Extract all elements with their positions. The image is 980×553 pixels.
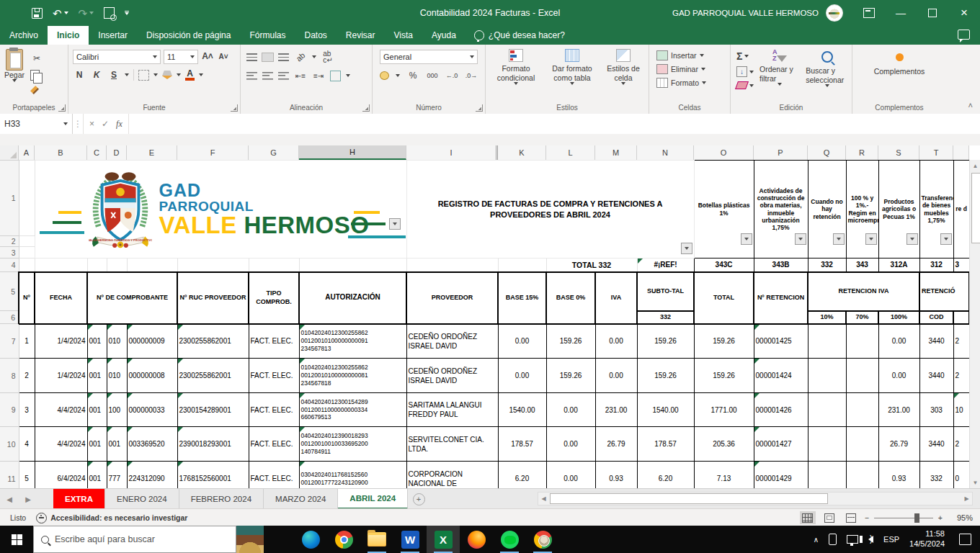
page-break-view-icon[interactable]: [843, 511, 859, 524]
cell-prov[interactable]: CORPORACION NACIONAL DE: [406, 462, 498, 489]
cut-icon[interactable]: ✂: [30, 52, 43, 65]
tab-disposicion[interactable]: Disposición de página: [137, 26, 240, 45]
cell[interactable]: [19, 236, 35, 247]
header-base0[interactable]: BASE 0%: [546, 272, 595, 324]
header-ret70[interactable]: 70%: [846, 311, 878, 324]
increase-indent-icon[interactable]: ≡⇥: [312, 69, 325, 82]
column-header-I[interactable]: I: [406, 145, 498, 160]
insert-function-icon[interactable]: fx: [116, 119, 122, 130]
header-comprobante[interactable]: Nº DE COMPROBANTE: [87, 272, 177, 324]
cell[interactable]: [406, 258, 498, 272]
fill-color-icon[interactable]: [162, 71, 172, 79]
cell-total[interactable]: 159.26: [694, 324, 754, 359]
header-autorizacion[interactable]: AUTORIZACIÓN: [299, 272, 406, 324]
filter-header-cell[interactable]: Botellas plásticas 1%: [694, 161, 754, 258]
column-header-E[interactable]: E: [127, 145, 177, 160]
taskbar-word-icon[interactable]: W: [393, 526, 427, 553]
decrease-indent-icon[interactable]: ⇤≡: [294, 69, 307, 82]
scroll-left-icon[interactable]: ◀: [538, 493, 549, 504]
enter-icon[interactable]: ✓: [102, 119, 109, 129]
phone-link-icon[interactable]: [829, 534, 837, 545]
cell-r70[interactable]: [846, 427, 878, 462]
cell-base0[interactable]: 159.26: [546, 359, 595, 393]
header-proveedor[interactable]: PROVEEDOR: [406, 272, 498, 324]
row-header[interactable]: 6: [0, 311, 19, 324]
column-header-P[interactable]: P: [754, 145, 808, 160]
row-header[interactable]: 11: [0, 462, 19, 489]
cell-r10[interactable]: [808, 359, 846, 393]
cell-tipo[interactable]: FACT. ELEC.: [249, 393, 299, 427]
header-ret100[interactable]: 100%: [878, 311, 919, 324]
find-select-button[interactable]: Buscar y seleccionar: [806, 49, 849, 89]
borders-icon[interactable]: [138, 70, 149, 81]
new-sheet-icon[interactable]: +: [408, 489, 429, 509]
sort-filter-button[interactable]: AZ Ordenar y filtrar: [760, 49, 800, 89]
number-format-select[interactable]: General: [380, 50, 478, 64]
row-header[interactable]: 9: [0, 393, 19, 427]
cell-r10[interactable]: [808, 324, 846, 359]
header-clipped[interactable]: [953, 311, 969, 324]
tab-inicio[interactable]: Inicio: [48, 26, 89, 45]
cell-prov[interactable]: SARITAMA LALANGUI FREDDY PAUL: [406, 393, 498, 427]
code-cell[interactable]: 332: [808, 258, 846, 272]
row-header[interactable]: 8: [0, 359, 19, 393]
format-cells-button[interactable]: Formato: [656, 78, 730, 88]
zoom-slider[interactable]: [874, 518, 933, 518]
header-num[interactable]: Nº: [19, 272, 35, 324]
cell-c2[interactable]: 010: [107, 324, 127, 359]
cell-r100[interactable]: 0.93: [878, 462, 919, 489]
copy-icon[interactable]: [30, 70, 40, 81]
cell-r70[interactable]: [846, 393, 878, 427]
scroll-up-icon[interactable]: ▲: [970, 160, 980, 171]
cell-r70[interactable]: [846, 359, 878, 393]
paste-button[interactable]: Pegar: [4, 49, 24, 94]
column-header-F[interactable]: F: [177, 145, 249, 160]
title-cell[interactable]: REGISTRO DE FACTURAS DE COMPRA Y RETENCI…: [406, 161, 694, 258]
row-header[interactable]: 4: [0, 258, 19, 272]
header-tipo[interactable]: TIPO COMPROB.: [249, 272, 299, 324]
cell-fecha[interactable]: 1/4/2024: [35, 324, 87, 359]
column-header-D[interactable]: D: [107, 145, 127, 160]
column-header-M[interactable]: M: [595, 145, 637, 160]
cell-base0[interactable]: 0.00: [546, 393, 595, 427]
column-header-N[interactable]: N: [637, 145, 694, 160]
cell-nret[interactable]: 000001424: [754, 359, 808, 393]
addins-button[interactable]: Complementos: [852, 45, 946, 76]
cell-c3[interactable]: 003369520: [127, 427, 177, 462]
cell-n[interactable]: 3: [19, 393, 35, 427]
ref-error-cell[interactable]: #¡REF!: [637, 258, 694, 272]
cell-u[interactable]: 2: [953, 427, 969, 462]
bold-button[interactable]: N: [73, 68, 86, 81]
code-cell[interactable]: 312: [919, 258, 953, 272]
autosum-button[interactable]: Σ: [736, 50, 754, 62]
cell-aut[interactable]: 0404202401239001829300120010010033695200…: [299, 427, 406, 462]
cell-n[interactable]: 5: [19, 462, 35, 489]
cell-r100[interactable]: 0.00: [878, 359, 919, 393]
header-cod[interactable]: COD: [919, 311, 953, 324]
cell-c3[interactable]: 000000009: [127, 324, 177, 359]
row-header[interactable]: 7: [0, 324, 19, 359]
cell-r10[interactable]: [808, 462, 846, 489]
taskbar-chrome-icon[interactable]: [327, 526, 360, 553]
cell-u[interactable]: 10: [953, 393, 969, 427]
start-button[interactable]: [0, 526, 33, 553]
cell-base15[interactable]: 178.57: [498, 427, 546, 462]
sheet-nav-left-icon[interactable]: ◀: [0, 489, 19, 509]
zoom-level[interactable]: 95%: [948, 513, 973, 522]
cell-r100[interactable]: 231.00: [878, 393, 919, 427]
cell-cod[interactable]: 303: [919, 393, 953, 427]
header-retencion-iva[interactable]: RETENCION IVA: [808, 272, 919, 311]
cell-prov[interactable]: CEDEÑO ORDOÑEZ ISRAEL DAVID: [406, 324, 498, 359]
accessibility-status[interactable]: Accesibilidad: es necesario investigar: [36, 513, 187, 523]
cell-c2[interactable]: 010: [107, 359, 127, 393]
network-icon[interactable]: [847, 535, 858, 544]
cell-tipo[interactable]: FACT. ELEC.: [249, 462, 299, 489]
cell-c2[interactable]: 001: [107, 427, 127, 462]
header-base15[interactable]: BASE 15%: [498, 272, 546, 324]
close-button[interactable]: ×: [948, 0, 980, 26]
column-header-O[interactable]: O: [694, 145, 754, 160]
tab-ayuda[interactable]: Ayuda: [422, 26, 466, 45]
filter-dropdown-icon[interactable]: [906, 233, 918, 245]
cell-aut[interactable]: 0404202401230015428900120011000000000334…: [299, 393, 406, 427]
cell-tipo[interactable]: FACT. ELEC.: [249, 324, 299, 359]
